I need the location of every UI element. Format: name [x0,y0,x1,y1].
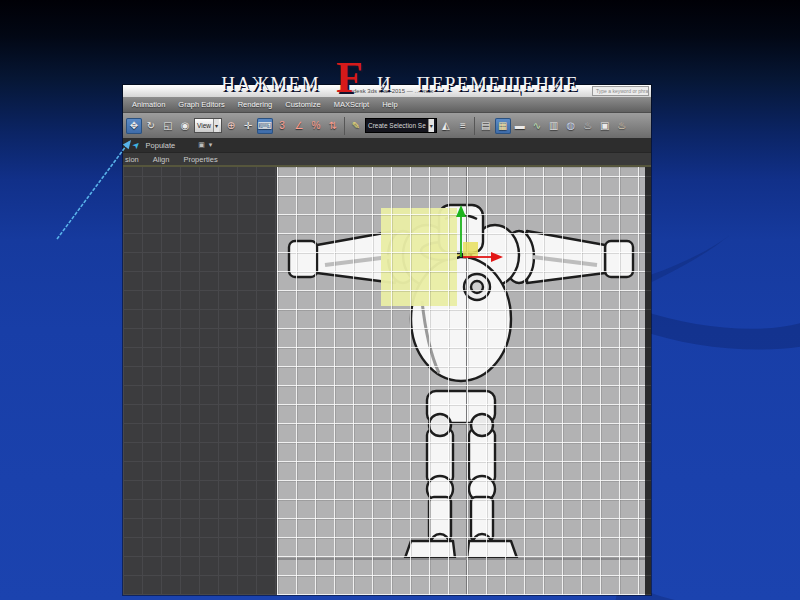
select-and-move-icon[interactable]: ✥ [126,118,142,134]
angle-snap-toggle-icon[interactable]: ∠ [291,118,307,134]
menu-graph-editors[interactable]: Graph Editors [178,100,224,109]
select-and-rotate-icon[interactable]: ↻ [143,118,159,134]
toolbar-separator [474,117,475,135]
camera-icon[interactable]: ▣ ▾ [198,141,213,149]
title-text-right: И ПЕРЕМЕЩЕНИЕ [377,73,579,95]
select-and-place-icon[interactable]: ◉ [177,118,193,134]
grid-origin-vertical-line [466,167,467,595]
menu-customize[interactable]: Customize [285,100,320,109]
material-editor-icon[interactable]: ◍ [563,118,579,134]
populate-label[interactable]: Populate [146,141,176,150]
render-production-icon[interactable]: ♨ [614,118,630,134]
toggle-scene-explorer-icon[interactable]: ▤ [478,118,494,134]
render-setup-icon[interactable]: ♨ [580,118,596,134]
schematic-view-icon[interactable]: ▥ [546,118,562,134]
edit-named-selection-sets-icon[interactable]: ✎ [348,118,364,134]
title-highlight-letter: F [336,52,363,103]
slide-background: НАЖМЕМ F И ПЕРЕМЕЩЕНИЕ Autodesk 3ds Max … [0,0,800,600]
toolbar-separator [344,117,345,135]
menu-help[interactable]: Help [382,100,397,109]
main-toolbar: ✥↻◱◉View▾⊕✛⌨3∠%⇅✎Create Selection Se▾◭≡▤… [123,112,651,138]
percent-snap-toggle-icon[interactable]: % [308,118,324,134]
viewport-area [123,165,651,595]
named-selection-sets-dropdown[interactable]: Create Selection Se▾ [365,118,437,133]
snap-toggle-3d-icon[interactable]: 3 [274,118,290,134]
mirror-icon[interactable]: ◭ [438,118,454,134]
spinner-snap-toggle-icon[interactable]: ⇅ [325,118,341,134]
ribbon-tabs: sionAlignProperties [123,152,651,165]
viewport-left[interactable] [123,167,277,595]
keyboard-shortcut-override-icon[interactable]: ⌨ [257,118,273,134]
menu-animation[interactable]: Animation [132,100,165,109]
reference-coordinate-system-dropdown[interactable]: View▾ [194,118,222,133]
annotation-arrow-line [57,142,129,239]
toggle-layer-explorer-icon[interactable]: ▦ [495,118,511,134]
robot-blueprint-image [277,167,645,594]
select-and-scale-icon[interactable]: ◱ [160,118,176,134]
ribbon-tab-align[interactable]: Align [153,155,170,164]
align-icon[interactable]: ≡ [455,118,471,134]
menu-rendering[interactable]: Rendering [238,100,273,109]
use-pivot-point-center-icon[interactable]: ⊕ [223,118,239,134]
slide-title: НАЖМЕМ F И ПЕРЕМЕЩЕНИЕ [0,50,800,96]
grid-origin-ground-line [277,558,645,560]
populate-arrow-icon[interactable]: ➤ [131,139,143,151]
ribbon-populate-row: ➤ Populate ▣ ▾ [123,138,651,152]
toggle-ribbon-icon[interactable]: ▬ [512,118,528,134]
right-panel-strip[interactable] [645,167,651,595]
ribbon-tab-sion[interactable]: sion [125,155,139,164]
ribbon-tab-properties[interactable]: Properties [183,155,217,164]
title-text-left: НАЖМЕМ [221,73,320,95]
curve-editor-icon[interactable]: ∿ [529,118,545,134]
rendered-frame-window-icon[interactable]: ▣ [597,118,613,134]
select-and-manipulate-icon[interactable]: ✛ [240,118,256,134]
selection-region[interactable] [381,208,457,306]
menubar: AnimationGraph EditorsRenderingCustomize… [123,97,651,112]
3dsmax-window: Autodesk 3ds Max 2015 — ….max Type a key… [123,85,651,595]
viewport-front[interactable] [277,167,645,595]
